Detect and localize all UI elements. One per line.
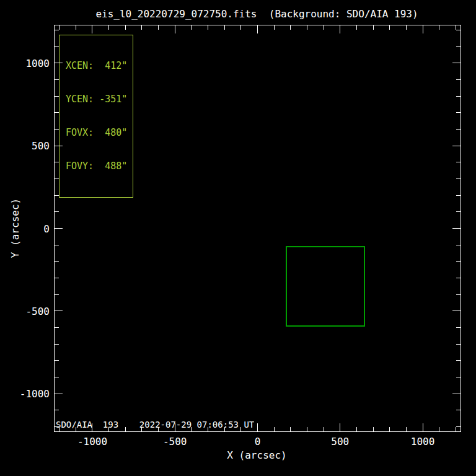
axis-tick: [452, 146, 461, 146]
axis-tick: [76, 427, 76, 431]
axis-tick: [158, 25, 159, 30]
x-tick-label: -1000: [77, 436, 107, 447]
axis-tick: [55, 327, 59, 328]
plot-title: eis_l0_20220729_072750.fits (Background:…: [54, 8, 460, 20]
axis-tick: [108, 25, 109, 30]
y-tick-label: 500: [0, 140, 50, 152]
axis-tick: [456, 410, 461, 410]
axis-tick: [324, 427, 324, 431]
axis-tick: [406, 25, 407, 30]
axis-tick: [55, 112, 59, 113]
axis-tick: [125, 427, 126, 431]
axis-tick: [456, 245, 461, 245]
y-tick-label: -1000: [0, 388, 50, 400]
axis-tick: [59, 427, 60, 431]
axis-tick: [141, 427, 142, 431]
axis-tick: [456, 261, 461, 262]
axis-tick: [55, 311, 63, 311]
axis-tick: [456, 294, 461, 295]
axis-tick: [92, 423, 92, 431]
axis-tick: [274, 427, 275, 431]
axis-tick: [141, 25, 142, 30]
plot-area: XCEN: 412" YCEN: -351" FOVX: 480" FOVY: …: [54, 25, 461, 432]
axis-tick: [55, 146, 63, 146]
axis-tick: [452, 394, 461, 394]
axis-tick: [456, 46, 461, 47]
x-axis-title: X (arcsec): [54, 449, 460, 461]
axis-tick: [55, 245, 59, 245]
axis-tick: [456, 178, 461, 179]
info-line-ycen: YCEN: -351": [66, 94, 127, 105]
axis-tick: [55, 211, 59, 212]
axis-tick: [356, 427, 357, 431]
axis-tick: [240, 25, 241, 30]
eis-fov-box: [286, 246, 365, 327]
axis-tick: [456, 112, 461, 113]
info-line-xcen: XCEN: 412": [66, 60, 127, 71]
axis-tick: [208, 427, 208, 431]
axis-tick: [55, 63, 63, 63]
axis-tick: [452, 63, 461, 63]
axis-tick: [456, 426, 461, 427]
axis-tick: [452, 311, 461, 311]
axis-tick: [290, 25, 291, 30]
axis-tick: [456, 377, 461, 377]
axis-tick: [406, 427, 407, 431]
axis-tick: [125, 25, 126, 30]
x-tick-label: 500: [331, 436, 349, 447]
info-line-fovy: FOVY: 488": [66, 161, 127, 172]
axis-tick: [55, 344, 59, 345]
axis-tick: [257, 423, 258, 431]
axis-tick: [456, 129, 461, 130]
axis-tick: [257, 25, 258, 33]
info-line-fovx: FOVX: 480": [66, 127, 127, 138]
axis-tick: [175, 423, 175, 431]
axis-tick: [55, 129, 59, 130]
axis-tick: [59, 25, 60, 30]
axis-tick: [274, 25, 275, 30]
axis-tick: [456, 360, 461, 361]
axis-tick: [76, 25, 76, 30]
axis-tick: [456, 211, 461, 212]
axis-tick: [456, 327, 461, 328]
axis-tick: [423, 423, 423, 431]
axis-tick: [55, 294, 59, 295]
axis-tick: [307, 25, 307, 30]
axis-tick: [356, 25, 357, 30]
axis-tick: [175, 25, 175, 33]
axis-tick: [208, 25, 208, 30]
axis-tick: [456, 162, 461, 162]
axis-tick: [456, 195, 461, 196]
axis-tick: [55, 228, 63, 229]
axis-tick: [373, 427, 374, 431]
axis-tick: [456, 79, 461, 80]
axis-tick: [290, 427, 291, 431]
y-tick-label: 1000: [0, 58, 50, 69]
y-tick-label: 0: [0, 223, 50, 235]
axis-tick: [191, 25, 192, 30]
axis-tick: [456, 278, 461, 278]
axis-tick: [55, 79, 59, 80]
axis-tick: [389, 427, 390, 431]
axis-tick: [55, 394, 63, 394]
axis-tick: [55, 195, 59, 196]
x-tick-label: 0: [255, 436, 261, 447]
axis-tick: [191, 427, 192, 431]
fov-info-box: XCEN: 412" YCEN: -351" FOVX: 480" FOVY: …: [59, 35, 133, 198]
axis-tick: [340, 25, 340, 33]
axis-tick: [456, 344, 461, 345]
axis-tick: [389, 25, 390, 30]
axis-tick: [55, 410, 59, 410]
axis-tick: [240, 427, 241, 431]
axis-tick: [456, 96, 461, 97]
axis-tick: [55, 30, 59, 30]
axis-tick: [224, 427, 225, 431]
eis-fov-plot-figure: eis_l0_20220729_072750.fits (Background:…: [0, 0, 476, 476]
axis-tick: [158, 427, 159, 431]
axis-tick: [55, 162, 59, 162]
axis-tick: [439, 25, 439, 30]
y-tick-label: -500: [0, 306, 50, 317]
axis-tick: [456, 30, 461, 30]
axis-tick: [423, 25, 423, 33]
axis-tick: [92, 25, 92, 33]
